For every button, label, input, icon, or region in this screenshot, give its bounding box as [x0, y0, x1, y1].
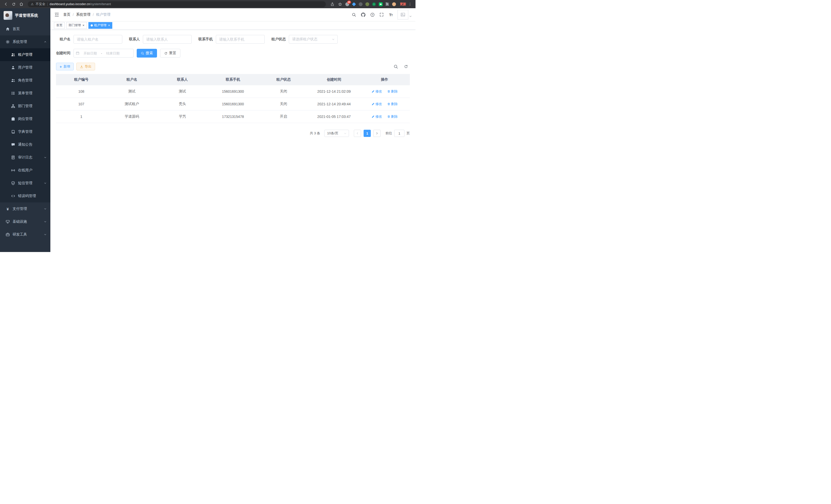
prev-page-button[interactable] — [354, 130, 361, 137]
github-button[interactable] — [359, 10, 368, 19]
extension-olive[interactable] — [364, 1, 370, 7]
code-icon — [11, 194, 15, 198]
sidebar-item-audit-log[interactable]: 审计日志 — [0, 151, 50, 164]
chevron-down-icon — [44, 220, 47, 223]
tab-home[interactable]: 首页 — [54, 22, 65, 29]
sidebar-item-user-management[interactable]: 用户管理 — [0, 61, 50, 74]
tab-dept-management[interactable]: 部门管理× — [66, 22, 87, 29]
home-button[interactable] — [18, 1, 25, 7]
status-select[interactable]: 请选择租户状态 — [289, 35, 338, 44]
export-button[interactable]: 导出 — [76, 63, 95, 70]
app-title: 芋道管理系统 — [15, 13, 38, 18]
server-icon — [6, 219, 10, 224]
table-cell: 关闭 — [258, 85, 309, 98]
caret-down-icon[interactable] — [409, 14, 412, 19]
next-page-button[interactable] — [373, 130, 380, 137]
date-start-input[interactable] — [80, 51, 100, 55]
filter-contact: 联系人 — [129, 35, 192, 44]
sidebar-item-post-management[interactable]: 岗位管理 — [0, 113, 50, 125]
sidebar-item-payment[interactable]: ¥ 支付管理 — [0, 202, 50, 215]
sidebar-item-online-users[interactable]: 在线用户 — [0, 164, 50, 177]
add-button[interactable]: + 新增 — [56, 63, 74, 70]
puzzle-icon — [385, 2, 389, 6]
status-placeholder: 请选择租户状态 — [292, 37, 332, 41]
contact-input[interactable] — [143, 35, 192, 44]
tab-close-icon[interactable]: × — [108, 24, 110, 27]
extension-green[interactable] — [371, 1, 377, 7]
edit-link[interactable]: 修改 — [372, 89, 382, 94]
sidebar-item-tenant-management[interactable]: 租户管理 — [0, 48, 50, 61]
breadcrumb-home[interactable]: 首页 — [63, 12, 70, 17]
user-icon — [11, 65, 15, 69]
browser-menu-icon[interactable]: ⋮ — [407, 2, 413, 6]
tenant-name-input[interactable] — [74, 35, 122, 44]
fullscreen-button[interactable] — [377, 10, 386, 19]
refresh-table-button[interactable] — [402, 63, 410, 70]
phone-input[interactable] — [216, 35, 265, 44]
delete-link[interactable]: 删除 — [387, 102, 398, 106]
update-button[interactable]: 更新 — [400, 2, 406, 6]
refresh-icon — [164, 52, 168, 55]
filter-row-1: 租户名 联系人 联系手机 租户状态 请选择租户状态 — [56, 35, 410, 44]
search-icon — [394, 64, 398, 69]
extension-wechat[interactable] — [378, 1, 383, 7]
chevron-left-icon — [356, 132, 359, 135]
font-size-button[interactable]: TT — [386, 10, 396, 19]
tab-close-icon[interactable]: × — [83, 24, 85, 27]
avatar — [392, 2, 396, 6]
sidebar-item-system-management[interactable]: 系统管理 — [0, 35, 50, 48]
help-button[interactable]: ? — [368, 10, 377, 19]
sidebar-item-home[interactable]: 首页 — [0, 23, 50, 35]
extension-blue[interactable] — [351, 1, 357, 7]
page-size-select[interactable]: 10条/页 — [324, 130, 349, 137]
extensions-menu[interactable] — [384, 1, 390, 7]
share-button[interactable] — [329, 1, 336, 7]
share-icon — [331, 2, 334, 6]
sidebar-item-label: 审计日志 — [18, 155, 32, 160]
bookmark-button[interactable] — [337, 1, 343, 7]
header-search-button[interactable] — [349, 10, 359, 19]
date-end-input[interactable] — [103, 51, 123, 55]
app-logo[interactable]: 芋道管理系统 — [0, 8, 50, 23]
edit-link[interactable]: 修改 — [372, 102, 382, 106]
pagination-total: 共 3 条 — [310, 131, 320, 136]
sidebar-item-dept-management[interactable]: 部门管理 — [0, 100, 50, 113]
phone-label: 联系手机 — [198, 37, 213, 41]
breadcrumb-system[interactable]: 系统管理 — [76, 12, 90, 17]
extension-dark[interactable] — [358, 1, 363, 7]
sidebar-item-role-management[interactable]: 角色管理 — [0, 74, 50, 87]
sidebar-item-infrastructure[interactable]: 基础设施 — [0, 215, 50, 228]
chevron-down-icon — [332, 38, 335, 41]
chevron-down-icon — [44, 233, 47, 236]
reload-button[interactable] — [10, 1, 17, 7]
reset-button[interactable]: 重置 — [160, 49, 180, 58]
table-cell: 芋道源码 — [107, 111, 157, 123]
sidebar-item-error-code[interactable]: 错误码管理 — [0, 189, 50, 202]
goto-page-input[interactable] — [394, 130, 404, 137]
sidebar-item-sms-management[interactable]: 短信管理 — [0, 177, 50, 189]
url-path: /system/tenant — [90, 2, 111, 6]
edit-link[interactable]: 修改 — [372, 114, 382, 119]
toggle-search-button[interactable] — [392, 63, 400, 70]
user-avatar[interactable] — [398, 10, 408, 20]
tab-tenant-management[interactable]: 租户管理× — [88, 22, 113, 29]
sidebar-item-dict-management[interactable]: 字典管理 — [0, 125, 50, 138]
back-button[interactable] — [3, 1, 9, 7]
extension-adblock[interactable]: 10 — [344, 1, 350, 7]
broken-image-icon — [400, 12, 405, 17]
gear-icon — [6, 40, 10, 44]
address-bar[interactable]: ⚠ 不安全 dashboard.yudao.iocoder.cn/system/… — [28, 1, 326, 7]
sidebar-item-dev-tools[interactable]: 研发工具 — [0, 228, 50, 241]
search-button[interactable]: 搜索 — [137, 49, 157, 58]
date-range-picker[interactable]: - — [74, 49, 134, 58]
table-cell: 测试租户 — [107, 98, 157, 111]
delete-link[interactable]: 删除 — [387, 89, 398, 94]
menu-list-icon — [11, 91, 15, 95]
delete-link[interactable]: 删除 — [387, 114, 398, 119]
contact-label: 联系人 — [129, 37, 140, 41]
page-number-button[interactable]: 1 — [364, 130, 371, 137]
sidebar-item-notice[interactable]: 通知公告 — [0, 138, 50, 151]
browser-profile[interactable] — [391, 1, 397, 7]
sidebar-toggle-button[interactable] — [50, 8, 63, 21]
sidebar-item-menu-management[interactable]: 菜单管理 — [0, 87, 50, 100]
